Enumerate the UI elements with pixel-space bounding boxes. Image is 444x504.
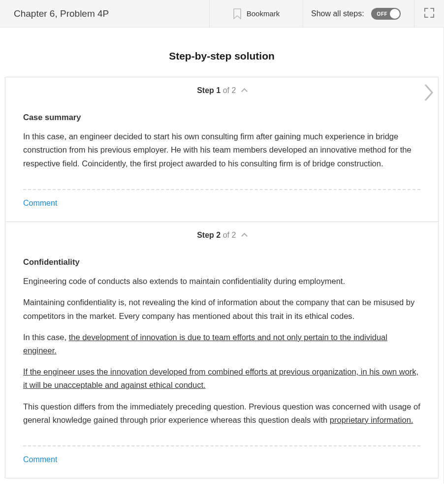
step-card-1: Step 1 of 2 Case summary In this case, a… [5,77,439,222]
comment-link[interactable]: Comment [5,190,438,221]
chevron-up-icon [241,233,248,239]
step-label-muted: of 2 [221,231,236,239]
bookmark-button[interactable]: Bookmark [210,0,303,27]
next-button[interactable] [423,83,435,104]
bookmark-label: Bookmark [247,9,280,18]
step-paragraph: Engineering code of conducts also extend… [23,275,420,288]
step-paragraph: In this case, an engineer decided to sta… [23,130,420,170]
step-paragraph: Maintaining confidentiality is, not reve… [23,296,420,322]
step-paragraph: In this case, the development of innovat… [23,331,420,357]
step-label-muted: of 2 [221,86,236,94]
step-body-1: Case summary In this case, an engineer d… [5,101,438,182]
steps-toggle[interactable]: OFF [371,8,401,20]
comment-link[interactable]: Comment [5,446,438,478]
step-heading: Case summary [23,111,420,124]
step-body-2: Confidentiality Engineering code of cond… [5,246,438,439]
step-heading: Confidentiality [23,255,420,269]
solution-title: Step-by-step solution [0,28,444,77]
step-card-2: Step 2 of 2 Confidentiality Engineering … [5,222,439,478]
step-label-bold: Step 2 [197,231,221,239]
step-header-1[interactable]: Step 1 of 2 [5,77,438,101]
toggle-knob [390,9,400,19]
step-paragraph: If the engineer uses the innovation deve… [23,365,420,392]
step-label-bold: Step 1 [197,86,221,94]
chevron-up-icon [241,88,248,94]
topbar: Chapter 6, Problem 4P Bookmark Show all … [0,0,444,28]
chevron-right-icon [423,95,435,104]
step-header-2[interactable]: Step 2 of 2 [5,222,438,246]
page-title: Chapter 6, Problem 4P [0,0,210,27]
bookmark-icon [233,8,242,19]
content-area: Step-by-step solution Step 1 of 2 Case s… [0,28,444,483]
expand-button[interactable] [414,0,444,27]
show-steps-label: Show all steps: [311,9,364,18]
expand-icon [424,7,435,20]
show-steps-section: Show all steps: OFF [303,0,414,27]
step-paragraph: This question differs from the immediate… [23,400,420,427]
toggle-state-label: OFF [377,11,388,16]
